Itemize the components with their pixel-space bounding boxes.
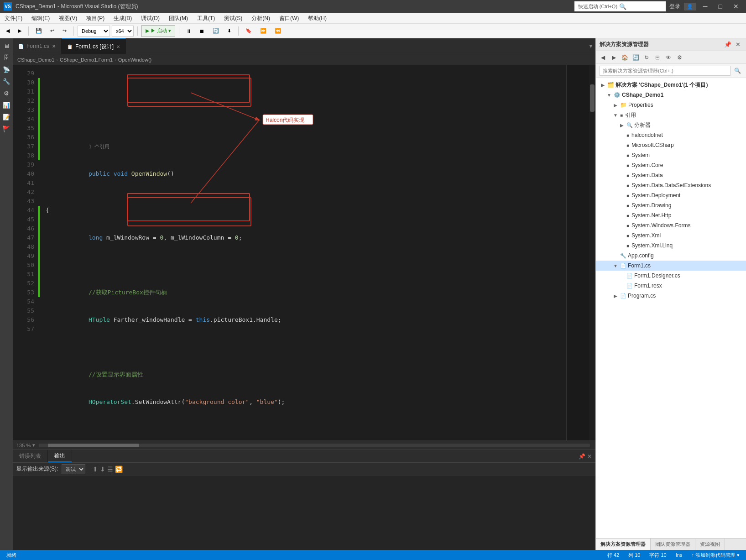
toolbar-btn2[interactable]: ⏹ — [196, 25, 208, 37]
close-panel-btn[interactable]: ✕ — [587, 453, 592, 460]
toolbar-btn4[interactable]: ⬇ — [224, 25, 235, 37]
toolbar-next-bookmark[interactable]: ⏩ — [257, 25, 270, 37]
expand-refs[interactable]: ▼ — [612, 112, 619, 118]
rp-tab-solution[interactable]: 解决方案资源管理器 — [596, 539, 651, 550]
tree-system-core[interactable]: ■ System.Core — [596, 160, 746, 170]
minimap[interactable] — [566, 65, 589, 440]
bottom-tab-errors[interactable]: 错误列表 — [13, 450, 48, 462]
activity-flag[interactable]: 🚩 — [1, 123, 12, 134]
expand-analyzer[interactable]: ▶ — [619, 122, 625, 128]
menu-build[interactable]: 生成(B) — [109, 13, 136, 24]
platform-combo[interactable]: x64 x86 — [112, 26, 134, 37]
minimize-btn[interactable]: ─ — [699, 0, 711, 13]
expand-form1cs[interactable]: ▼ — [612, 262, 619, 269]
tree-solution[interactable]: ▶ 🗂️ 解决方案 'CShape_Demo1'(1 个项目) — [596, 80, 746, 90]
pin-icon[interactable]: 📌 — [579, 453, 585, 460]
status-ready[interactable]: 就绪 — [5, 552, 18, 559]
tree-system-dep[interactable]: ■ System.Deployment — [596, 190, 746, 200]
expand-solution[interactable]: ▶ — [600, 82, 606, 88]
rp-tab-resource[interactable]: 资源视图 — [695, 539, 725, 550]
vertical-scrollbar[interactable] — [589, 65, 595, 440]
explorer-search[interactable] — [600, 66, 730, 76]
expand-props[interactable]: ▶ — [612, 102, 619, 108]
panel-close-btn[interactable]: ✕ — [733, 40, 742, 49]
toolbar-save[interactable]: 💾 — [32, 25, 45, 37]
activity-doc[interactable]: 📝 — [1, 111, 12, 122]
tree-project[interactable]: ▼ ⚙️ CShape_Demo1 — [596, 90, 746, 100]
tree-ms-csharp[interactable]: ■ Microsoft.CSharp — [596, 140, 746, 150]
menu-project[interactable]: 项目(P) — [82, 13, 109, 24]
menu-edit[interactable]: 编辑(E) — [27, 13, 54, 24]
tree-form1-designer[interactable]: 📄 Form1.Designer.cs — [596, 271, 746, 281]
explorer-refresh[interactable]: ↻ — [642, 52, 652, 63]
explorer-back[interactable]: ◀ — [598, 52, 608, 63]
status-col[interactable]: 列 10 — [626, 552, 642, 559]
menu-file[interactable]: 文件(F) — [0, 13, 27, 24]
tree-system-dde[interactable]: ■ System.Data.DataSetExtensions — [596, 180, 746, 190]
explorer-forward[interactable]: ▶ — [609, 52, 619, 63]
status-ins[interactable]: Ins — [674, 552, 684, 558]
tree-properties[interactable]: ▶ 📁 Properties — [596, 100, 746, 110]
menu-tools[interactable]: 工具(T) — [193, 13, 219, 24]
explorer-sync[interactable]: 🔄 — [631, 52, 641, 63]
explorer-home[interactable]: 🏠 — [620, 52, 630, 63]
tree-references[interactable]: ▼ ■ 引用 — [596, 110, 746, 120]
activity-tools[interactable]: 🔧 — [1, 76, 12, 87]
toolbar-prev-bookmark[interactable]: ⏪ — [271, 25, 284, 37]
menu-analyze[interactable]: 分析(N) — [247, 13, 275, 24]
activity-server[interactable]: 🖥 — [1, 40, 12, 51]
expand-project[interactable]: ▼ — [606, 92, 612, 98]
expand-program[interactable]: ▶ — [612, 293, 619, 299]
output-source-select[interactable]: 调试 生成 — [62, 464, 85, 474]
tree-appconfig[interactable]: 🔧 App.config — [596, 251, 746, 261]
toolbar-bookmark[interactable]: 🔖 — [242, 25, 255, 37]
toolbar-redo[interactable]: ↪ — [59, 25, 70, 37]
scroll-thumb-v[interactable] — [590, 84, 595, 112]
tree-system-draw[interactable]: ■ System.Drawing — [596, 200, 746, 210]
tree-system-forms[interactable]: ■ System.Windows.Forms — [596, 220, 746, 230]
close-btn[interactable]: ✕ — [730, 0, 742, 13]
tree-analyzer[interactable]: ▶ 🔍 分析器 — [596, 120, 746, 130]
horizontal-scrollbar[interactable] — [39, 444, 590, 447]
menu-team[interactable]: 团队(M) — [164, 13, 193, 24]
toolbar-back[interactable]: ◀ — [3, 25, 13, 37]
explorer-show-all[interactable]: 👁 — [663, 52, 673, 63]
tree-form1cs[interactable]: ▼ 📄 Form1.cs — [596, 261, 746, 271]
tab-form1-cs[interactable]: 📄 Form1.cs ✕ — [13, 38, 62, 54]
tree-system-data[interactable]: ■ System.Data — [596, 170, 746, 180]
explorer-collapse[interactable]: ⊟ — [652, 52, 663, 63]
account-icon[interactable]: 👤 — [684, 3, 696, 10]
menu-test[interactable]: 测试(S) — [219, 13, 247, 24]
tree-halcon[interactable]: ■ halcondotnet — [596, 130, 746, 140]
debug-mode-combo[interactable]: Debug Release — [78, 26, 110, 37]
toolbar-btn3[interactable]: 🔄 — [209, 25, 222, 37]
output-btn4[interactable]: 🔁 — [115, 466, 123, 473]
tree-system-xml[interactable]: ■ System.Xml — [596, 230, 746, 241]
menu-debug[interactable]: 调试(D) — [136, 13, 164, 24]
status-row[interactable]: 行 42 — [605, 552, 621, 559]
toolbar-forward[interactable]: ▶ — [15, 25, 25, 37]
login-btn[interactable]: 登录 — [669, 3, 680, 10]
tree-program[interactable]: ▶ 📄 Program.cs — [596, 291, 746, 301]
activity-settings[interactable]: ⚙ — [1, 88, 12, 99]
breadcrumb-item-1[interactable]: CShape_Demo1 — [17, 57, 54, 63]
output-btn3[interactable]: ☰ — [107, 466, 113, 473]
scroll-thumb-h[interactable] — [48, 444, 139, 447]
start-button[interactable]: ▶ ▶ 启动 ▾ — [141, 25, 175, 37]
breadcrumb-item-2[interactable]: CShape_Demo1.Form1 — [60, 57, 113, 63]
breadcrumb-item-3[interactable]: OpenWindow() — [118, 57, 151, 63]
zoom-adjust-icon[interactable]: ▾ — [32, 442, 35, 448]
output-btn2[interactable]: ⬇ — [100, 466, 105, 473]
status-char[interactable]: 字符 10 — [647, 552, 668, 559]
code-scroll-area[interactable]: 1 个引用 public void OpenWindow() { long m_… — [40, 65, 566, 440]
search-btn[interactable]: 🔍 — [732, 66, 742, 76]
toolbar-btn1[interactable]: ⏸ — [183, 25, 194, 37]
maximize-btn[interactable]: □ — [715, 0, 726, 13]
zoom-level[interactable]: 135 % — [16, 443, 31, 448]
tab-scroll-btn[interactable]: ▼ — [586, 38, 595, 54]
tree-system[interactable]: ■ System — [596, 150, 746, 160]
activity-database[interactable]: 🗄 — [1, 52, 12, 63]
panel-pin-btn[interactable]: 📌 — [723, 40, 732, 49]
tree-form1-resx[interactable]: 📄 Form1.resx — [596, 281, 746, 291]
tab-close-2[interactable]: ✕ — [116, 44, 120, 49]
